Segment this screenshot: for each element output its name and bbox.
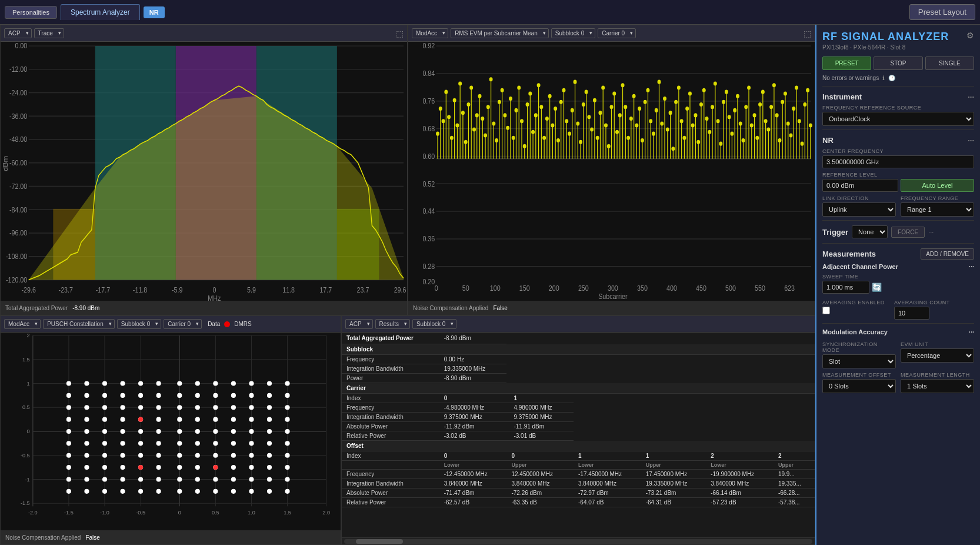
ref-level-input[interactable]: [822, 179, 898, 192]
trigger-label: Trigger: [822, 228, 848, 237]
svg-point-128: [506, 126, 509, 129]
svg-text:0.5: 0.5: [212, 510, 219, 516]
meas-length-label: MEASUREMENT LENGTH: [901, 372, 974, 378]
freq-ref-select[interactable]: OnboardClock: [822, 112, 974, 126]
personalities-button[interactable]: Personalities: [5, 6, 57, 19]
svg-point-286: [728, 115, 731, 119]
svg-point-468: [249, 453, 254, 458]
evm-dropdown3[interactable]: Subblock 0: [551, 28, 595, 38]
table-row: Offset: [342, 441, 815, 451]
acp-footer-label: Total Aggregated Power: [5, 305, 68, 311]
const-dropdown3[interactable]: Subblock 0: [117, 319, 161, 329]
instrument-ellipsis[interactable]: ···: [968, 92, 974, 101]
avg-count-input[interactable]: [894, 307, 929, 320]
results-dropdown1[interactable]: ACP: [345, 319, 373, 329]
meas-offset-select[interactable]: 0 Slots: [822, 379, 896, 393]
sweep-time-input[interactable]: [822, 281, 869, 294]
const-dropdown2[interactable]: PUSCH Constellation: [43, 319, 115, 329]
svg-point-428: [231, 417, 236, 422]
evm-chart-area: 0.92 0.84 0.76 0.68 0.60 0.52 0.44 0.36 …: [408, 42, 815, 301]
nr-ellipsis[interactable]: ···: [968, 136, 974, 145]
svg-point-124: [501, 88, 504, 92]
svg-text:-1.5: -1.5: [21, 500, 30, 506]
spectrum-analyzer-tab[interactable]: Spectrum Analyzer: [61, 4, 140, 20]
evm-sep-icon[interactable]: ⬚: [804, 29, 811, 38]
const-dropdown4[interactable]: Carrier 0: [164, 319, 202, 329]
svg-text:200: 200: [549, 284, 559, 292]
svg-point-389: [231, 381, 236, 386]
svg-point-216: [629, 117, 632, 121]
svg-point-393: [66, 393, 71, 398]
svg-point-184: [585, 90, 588, 94]
trigger-ellipsis[interactable]: ···: [928, 228, 934, 235]
svg-text:17.7: 17.7: [319, 285, 332, 294]
acp-sep-icon[interactable]: ⬚: [396, 29, 404, 38]
evm-unit-select[interactable]: Percentage: [901, 348, 974, 363]
rp-title: RF SIGNAL ANALYZER: [822, 31, 949, 43]
acp-ellipsis[interactable]: ···: [969, 263, 974, 270]
avg-enabled-checkbox[interactable]: [822, 307, 830, 314]
acp-dropdown2[interactable]: Trace: [34, 28, 64, 38]
force-button[interactable]: FORCE: [891, 227, 925, 238]
mod-acc-ellipsis[interactable]: ···: [969, 328, 974, 335]
svg-point-399: [177, 393, 182, 398]
svg-point-182: [582, 103, 585, 107]
svg-text:550: 550: [755, 284, 765, 292]
svg-point-146: [532, 130, 535, 134]
freq-range-select[interactable]: Range 1: [901, 202, 974, 217]
preset-layout-button[interactable]: Preset Layout: [909, 4, 975, 20]
svg-point-158: [548, 94, 551, 98]
constellation-toolbar: ModAcc PUSCH Constellation Subblock 0 Ca…: [1, 316, 341, 333]
svg-point-234: [655, 109, 658, 112]
instrument-section: Instrument ···: [822, 92, 974, 101]
add-remove-button[interactable]: ADD / REMOVE: [921, 248, 974, 260]
sync-icon[interactable]: 🔄: [872, 283, 882, 292]
h-scrollbar[interactable]: [342, 537, 815, 544]
svg-point-384: [138, 381, 143, 386]
acp-dropdown1[interactable]: ACP: [4, 28, 32, 38]
auto-level-button[interactable]: Auto Level: [901, 179, 974, 192]
svg-text:5.9: 5.9: [247, 285, 256, 294]
svg-point-148: [534, 114, 537, 117]
gear-icon[interactable]: ⚙: [966, 31, 974, 40]
svg-text:300: 300: [608, 284, 618, 292]
svg-point-176: [574, 80, 576, 84]
divider5: [822, 323, 974, 324]
svg-point-444: [285, 429, 289, 434]
results-dropdown3[interactable]: Subblock 0: [412, 319, 456, 329]
freq-range-label: FREQUENCY RANGE: [901, 195, 974, 201]
meas-length-select[interactable]: 1 Slots: [901, 379, 974, 393]
results-scroll[interactable]: Total Aggregated Power -8.90 dBm Subbloc…: [342, 333, 815, 537]
evm-dropdown4[interactable]: Carrier 0: [598, 28, 636, 38]
table-row: Integration Bandwidth 19.335000 MHz: [342, 364, 815, 374]
sync-mode-select[interactable]: Slot: [822, 354, 896, 368]
svg-point-228: [646, 88, 649, 92]
scroll-thumb[interactable]: [356, 539, 403, 544]
single-button[interactable]: SINGLE: [925, 57, 974, 70]
svg-point-442: [249, 429, 254, 434]
svg-point-270: [705, 117, 708, 121]
svg-point-404: [267, 393, 272, 398]
avg-enabled-label: AVERAGING ENABLED: [822, 300, 885, 305]
svg-point-507: [249, 489, 254, 494]
link-dir-select[interactable]: Uplink: [822, 202, 896, 217]
svg-point-292: [736, 94, 739, 98]
const-dropdown1[interactable]: ModAcc: [4, 319, 41, 329]
svg-point-511: [138, 465, 143, 470]
center-freq-input[interactable]: [822, 155, 974, 168]
svg-point-413: [195, 405, 200, 410]
stop-button[interactable]: STOP: [874, 57, 922, 70]
results-dropdown2[interactable]: Results: [375, 319, 410, 329]
svg-point-300: [748, 86, 751, 89]
evm-dropdown2[interactable]: RMS EVM per Subcarrier Mean: [451, 28, 549, 38]
avg-count-label: AVERAGING COUNT: [894, 300, 950, 305]
svg-point-440: [213, 429, 218, 434]
svg-point-501: [138, 489, 143, 494]
preset-button[interactable]: PRESET: [822, 57, 871, 70]
evm-dropdown1[interactable]: ModAcc: [412, 28, 448, 38]
svg-point-232: [652, 132, 655, 135]
svg-point-506: [231, 489, 236, 494]
trigger-select[interactable]: None: [852, 225, 888, 238]
svg-point-220: [635, 124, 638, 127]
svg-point-419: [66, 417, 71, 422]
